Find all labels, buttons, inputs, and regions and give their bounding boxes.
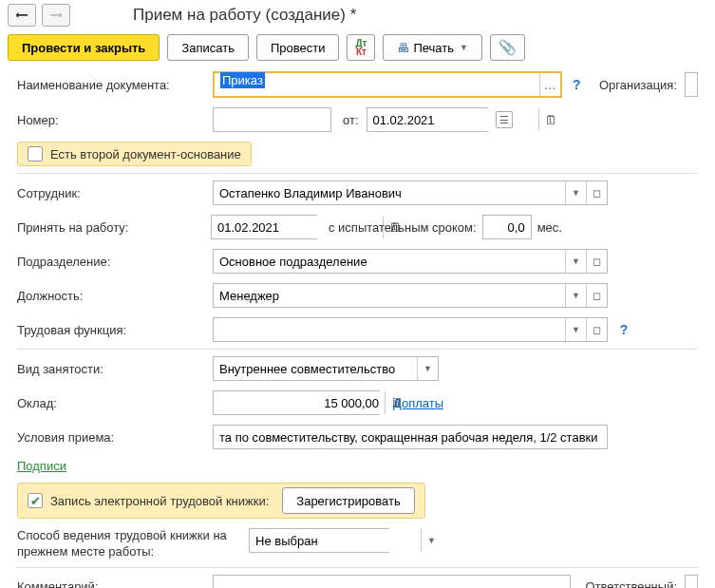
ework-record-panel: ✔ Запись электронной трудовой книжки: За…	[17, 483, 425, 519]
employee-label: Сотрудник:	[17, 186, 205, 200]
probation-input[interactable]	[482, 215, 532, 239]
division-dropdown-button[interactable]: ▼	[565, 250, 586, 273]
number-label: Номер:	[17, 113, 205, 127]
labor-function-open-button[interactable]: ◻	[586, 318, 607, 341]
labor-function-input[interactable]	[214, 318, 565, 341]
labor-function-dropdown-button[interactable]: ▼	[565, 318, 586, 341]
labor-function-label: Трудовая функция:	[17, 323, 205, 337]
salary-input[interactable]	[214, 391, 385, 414]
from-label: от:	[343, 113, 359, 127]
doc-name-ellipsis-button[interactable]: …	[539, 73, 560, 96]
book-method-label: Способ ведения трудовой книжки на прежне…	[17, 528, 241, 560]
responsible-label: Ответственный:	[586, 579, 677, 588]
employment-type-dropdown-button[interactable]: ▼	[417, 357, 438, 380]
second-doc-panel: Есть второй документ-основание	[17, 142, 252, 166]
doc-name-label: Наименование документа:	[17, 78, 205, 92]
dtkt-button[interactable]: ДтКт	[347, 34, 375, 61]
book-method-input[interactable]	[250, 529, 421, 552]
calendar-icon: 🗓	[545, 113, 557, 127]
conditions-input[interactable]	[213, 425, 608, 449]
post-button[interactable]: Провести	[256, 34, 340, 61]
book-method-dropdown-button[interactable]: ▼	[421, 529, 442, 552]
help-icon[interactable]: ?	[570, 76, 584, 93]
comment-label: Комментарий:	[17, 579, 205, 588]
employee-open-button[interactable]: ◻	[586, 181, 607, 204]
doc-name-input[interactable]: Приказ	[215, 73, 539, 96]
org-label: Организация:	[599, 78, 677, 92]
post-and-close-button[interactable]: Провести и закрыть	[8, 34, 160, 61]
employee-dropdown-button[interactable]: ▼	[565, 181, 586, 204]
page-title: Прием на работу (создание) *	[76, 6, 356, 25]
extra-pay-link[interactable]: Доплаты	[393, 396, 443, 410]
printer-icon: 🖶	[397, 41, 409, 55]
position-input[interactable]	[214, 284, 565, 307]
org-input[interactable]	[685, 72, 698, 97]
attach-button[interactable]: 📎	[490, 34, 525, 61]
salary-label: Оклад:	[17, 396, 205, 410]
chevron-down-icon: ▼	[460, 43, 468, 52]
probation-label: с испытательным сроком:	[329, 220, 477, 235]
conditions-label: Условия приема:	[17, 430, 205, 445]
division-open-button[interactable]: ◻	[586, 250, 607, 273]
write-button[interactable]: Записать	[167, 34, 249, 61]
months-label: мес.	[537, 220, 562, 235]
number-input[interactable]	[213, 107, 331, 132]
employment-type-label: Вид занятости:	[17, 362, 205, 376]
second-doc-label: Есть второй документ-основание	[50, 147, 241, 161]
doc-date-calendar-button[interactable]: 🗓	[538, 108, 563, 131]
position-label: Должность:	[17, 289, 205, 303]
ework-record-checkbox[interactable]: ✔	[28, 493, 43, 508]
register-button[interactable]: Зарегистрировать	[282, 487, 414, 514]
division-label: Подразделение:	[17, 255, 205, 269]
print-button[interactable]: 🖶 Печать ▼	[383, 34, 482, 61]
hire-date-label: Принять на работу:	[17, 220, 205, 235]
doc-date-input[interactable]	[367, 108, 538, 131]
responsible-input[interactable]	[685, 575, 698, 588]
dtkt-icon: ДтКт	[355, 39, 367, 56]
employee-input[interactable]	[214, 181, 565, 204]
division-input[interactable]	[214, 250, 565, 273]
nav-forward-button[interactable]: 🠖	[42, 4, 70, 27]
position-open-button[interactable]: ◻	[586, 284, 607, 307]
paperclip-icon: 📎	[499, 39, 517, 56]
second-doc-checkbox[interactable]	[28, 146, 43, 161]
position-dropdown-button[interactable]: ▼	[565, 284, 586, 307]
comment-input[interactable]	[213, 575, 571, 588]
nav-back-button[interactable]: 🠔	[8, 4, 36, 27]
list-icon-button[interactable]: ☰	[496, 111, 513, 128]
signatures-link[interactable]: Подписи	[17, 459, 66, 473]
ework-record-label: Запись электронной трудовой книжки:	[50, 494, 269, 508]
employment-type-input[interactable]	[214, 357, 417, 380]
help-icon[interactable]: ?	[615, 321, 632, 338]
